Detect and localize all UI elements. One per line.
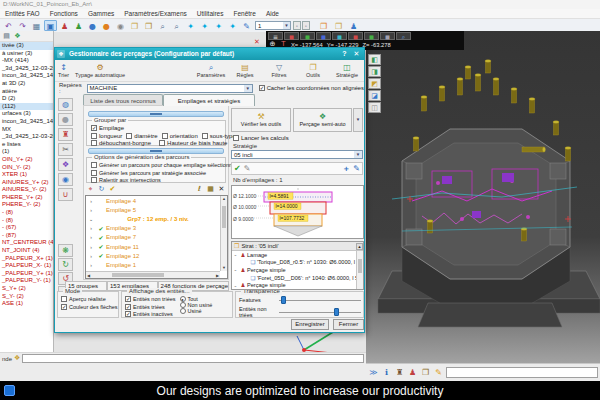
strategy-tree-header[interactable]: ❐ Strat : '05 incli' ▲ <box>232 242 363 251</box>
chevron-down-icon[interactable]: ▼ <box>354 151 362 158</box>
reperes-combo[interactable]: MACHINE ▼ <box>87 84 253 93</box>
robot-icon[interactable]: ♜ <box>58 128 73 141</box>
tree-item[interactable]: (112) <box>0 103 53 111</box>
list-icon[interactable]: ≡ <box>268 32 283 40</box>
tree-item[interactable]: OIN_Y+ (2) <box>0 156 53 164</box>
zoom-window-icon[interactable]: ⌕ <box>170 20 183 31</box>
tree-item[interactable]: _PALPEUR_X- (1) <box>0 262 53 270</box>
folder-new-icon[interactable]: ❐ <box>128 20 141 31</box>
strategy-tree-node[interactable]: ❏ 'Torique_D08_r0.5': n° 1030: Ø6.0000, … <box>232 259 363 267</box>
expander-icon[interactable]: › <box>86 225 96 231</box>
tree-item[interactable]: AINURES_Y+ (2) <box>0 179 53 187</box>
option-checkbox[interactable]: Ralentir aux intersections <box>91 177 223 183</box>
slider-thumb[interactable] <box>281 296 286 304</box>
menu-item[interactable]: Entités FAO <box>0 10 45 17</box>
empilage-row[interactable]: › ✔ Empilage 3 <box>86 224 220 233</box>
tree-item[interactable]: urfaces (3) <box>0 110 53 118</box>
tree-item[interactable]: tivée (3) <box>0 42 53 50</box>
close-icon[interactable]: ✕ <box>351 49 362 59</box>
prompt-input[interactable] <box>446 367 598 378</box>
expander-icon[interactable]: ⌄ <box>232 267 239 272</box>
tree-item[interactable]: OIN_Y- (2) <box>0 164 53 172</box>
display-checkbox[interactable]: ✓Entités non triées <box>125 296 176 302</box>
command-tools-icon[interactable]: ❖ <box>14 355 20 362</box>
tree-item[interactable]: _3d_3425_12-03-2024 (32 <box>0 65 53 73</box>
ghost-icon[interactable]: ◫ <box>368 102 381 113</box>
tree-item[interactable]: _PALPEUR_Y+ (1) <box>0 270 53 278</box>
apply-check-icon[interactable]: ✔ <box>234 165 241 173</box>
tools-icon[interactable]: ♜ <box>394 367 405 378</box>
help-button[interactable]: ? <box>339 49 350 59</box>
grid-icon[interactable]: ▦ <box>30 20 43 31</box>
display-checkbox[interactable]: ✓Entités triées <box>125 304 176 310</box>
expander-icon[interactable]: ⌄ <box>86 216 96 222</box>
tree-item[interactable]: _3d_3425_12-03-2024 <box>0 133 53 141</box>
tree-item[interactable]: XTER (1) <box>0 171 53 179</box>
screen-icon[interactable]: ▣ <box>44 20 57 31</box>
tree-scrollbar[interactable] <box>356 251 363 289</box>
empilage-row[interactable]: › Empilage 1 <box>86 260 220 269</box>
tree-item[interactable]: - (67) <box>0 224 53 232</box>
tree-item[interactable]: MX <box>0 126 53 134</box>
scissors-icon[interactable]: ✂ <box>58 143 73 156</box>
stamp-icon[interactable]: ✎ <box>244 165 251 173</box>
wire-mode-icon[interactable]: ◨ <box>368 66 381 77</box>
spin-left-icon[interactable]: ▫ <box>293 21 301 30</box>
tree-item[interactable]: atière <box>0 88 53 96</box>
strategy-tree-node[interactable]: ⌄ ♟ Perçage simple <box>232 266 363 274</box>
edit-icon[interactable]: ✎ <box>240 20 253 31</box>
spin-right-icon[interactable]: ▫ <box>302 21 310 30</box>
option-checkbox[interactable]: Générer un parcours pour chaque empilage… <box>91 162 223 168</box>
menu-item[interactable]: Aide <box>261 10 284 17</box>
view-right-icon[interactable]: ◼ <box>316 32 331 40</box>
regles-button[interactable]: ▤ Règles <box>228 61 262 81</box>
viewport-3d[interactable]: ◧◨◩◪◫ <box>366 31 600 363</box>
folder-star-icon[interactable]: ❐ <box>317 20 330 31</box>
tree-filter-icon[interactable]: ❖ <box>13 32 22 41</box>
fit-view-icon[interactable]: ✦ <box>212 20 225 31</box>
validate-icon[interactable]: ✔ <box>108 185 117 194</box>
group-checkbox[interactable]: sous-type <box>202 133 236 139</box>
group-checkbox[interactable]: ✓Empilage <box>91 125 124 131</box>
tree-item[interactable]: -MX (414) <box>0 57 53 65</box>
menu-item[interactable]: Utilitaires <box>192 10 229 17</box>
empilage-row[interactable]: › Empilage 4 <box>86 196 220 205</box>
unsorted-transparency-slider[interactable] <box>279 308 361 316</box>
outils-button[interactable]: ❐ Outils <box>296 61 330 81</box>
tree-item[interactable]: incon_3d_3425_14-03-202 <box>0 72 53 80</box>
globe-icon[interactable]: ◍ <box>58 98 73 111</box>
previous-view-icon[interactable]: ✦ <box>226 20 239 31</box>
tree-item[interactable]: AINURES_Y- (2) <box>0 186 53 194</box>
empilage-row[interactable]: › Empilage 5 <box>86 205 220 214</box>
pattern-icon[interactable]: ❖ <box>58 158 73 171</box>
magnet-icon[interactable]: ∪ <box>58 188 73 201</box>
group-checkbox[interactable]: diamètre <box>126 133 157 139</box>
view-number-combo[interactable]: 1 ▼ <box>255 21 291 30</box>
length-icon[interactable]: ℓ <box>195 185 204 194</box>
tree-list-icon[interactable]: ▤ <box>2 32 11 41</box>
layer-icon[interactable]: ◪ <box>368 90 381 101</box>
strategy-tree-node[interactable]: ❏ 'Foret_12D__D06': n° 1062: Ø6.0000, l … <box>232 289 363 290</box>
folder-dark-icon[interactable]: ❐ <box>420 367 431 378</box>
parametres-button[interactable]: ⌕ Paramètres <box>194 61 228 81</box>
trier-button[interactable]: ↕ Trier <box>55 61 72 81</box>
view-front-icon[interactable]: ◼ <box>284 32 299 40</box>
axis-icon[interactable]: ⌖ <box>86 185 95 194</box>
camera-icon[interactable]: ◉ <box>114 20 127 31</box>
user-blue-icon[interactable]: ♟ <box>347 20 360 31</box>
expander-icon[interactable]: › <box>86 262 96 268</box>
tree-item[interactable]: S_Y+ (2) <box>0 285 53 293</box>
chevron-down-icon[interactable]: ▼ <box>283 22 290 29</box>
redo-icon[interactable]: ↷ <box>16 20 29 31</box>
tree-item[interactable]: NT_CENTREUR (4) <box>0 239 53 247</box>
features-transparency-slider[interactable] <box>279 296 361 304</box>
tree-item[interactable]: ASE (1) <box>0 300 53 308</box>
edit-pen-icon[interactable]: ✎ <box>353 165 360 173</box>
table-icon[interactable]: ▦ <box>206 185 215 194</box>
tree-item[interactable]: - (87) <box>0 232 53 240</box>
group-checkbox[interactable]: longueur <box>91 133 122 139</box>
chevron-down-icon[interactable]: ▼ <box>244 85 252 92</box>
delete-icon[interactable]: ✕ <box>217 185 226 194</box>
scroll-up-icon[interactable]: ▲ <box>356 243 363 250</box>
tree-item[interactable]: _PALPEUR_Y- (1) <box>0 277 53 285</box>
